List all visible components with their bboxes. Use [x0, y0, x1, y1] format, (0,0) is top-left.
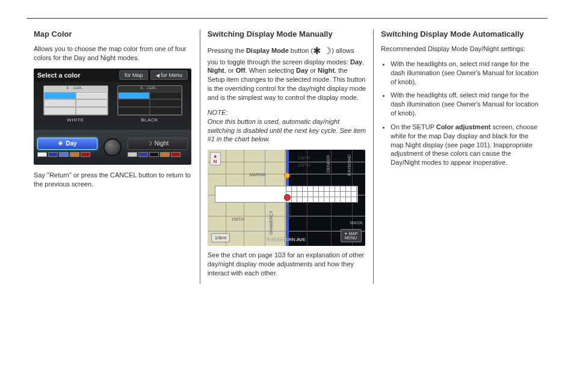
night-mode-button[interactable]: ☽Night	[128, 138, 188, 150]
select-color-title: Select a color	[37, 72, 81, 79]
col2-para1: Pressing the Display Mode button (✱☽) al…	[208, 44, 366, 102]
map-label-raymond: RAYMOND	[347, 155, 351, 176]
knob-control[interactable]	[103, 138, 122, 156]
screenshot-select-color: Select a color for Map ◀for Menu 3… 1123…	[34, 69, 191, 165]
column-3: Switching Display Mode Automatically Rec…	[374, 29, 548, 284]
map-label-gramercy: GRAMERCY	[268, 210, 273, 234]
tab-for-menu[interactable]: ◀for Menu	[150, 70, 188, 80]
map-label-150th: 150TH	[298, 163, 310, 167]
scale-indicator[interactable]: 1/8mi	[211, 233, 230, 242]
night-swatches[interactable]	[128, 152, 188, 157]
map-label-denker: DENKER	[326, 155, 330, 173]
thumb-black[interactable]: 3… 1123… BLACK	[117, 85, 182, 123]
destination-marker	[284, 173, 290, 179]
triangle-left-icon: ◀	[156, 73, 159, 78]
moon-icon: ☽	[147, 140, 152, 147]
column-1: Map Color Allows you to choose the map c…	[26, 29, 200, 284]
moon-icon: ☽	[323, 46, 332, 56]
col2-para2: See the chart on page 103 for an explana…	[208, 251, 366, 278]
map-label-marine: MARINE	[250, 173, 266, 177]
compass-icon[interactable]: ▲N	[210, 152, 221, 165]
heading-map-color: Map Color	[34, 29, 193, 38]
heading-switch-manual: Switching Display Mode Manually	[208, 29, 366, 38]
bullet-1: With the headlights on, select mid range…	[390, 60, 540, 87]
sun-icon: ✱	[313, 46, 321, 56]
grid-overlay	[286, 186, 358, 203]
day-swatches[interactable]	[37, 152, 97, 157]
vehicle-marker	[284, 194, 291, 201]
sun-icon: ☀	[58, 140, 63, 147]
top-rule	[26, 18, 548, 19]
map-label-149th: 149TH	[298, 156, 310, 160]
bullet-3: On the SETUP Color adjustment screen, ch…	[390, 123, 540, 167]
col1-para2: Say "Return" or press the CANCEL button …	[34, 171, 193, 189]
screenshot-map-split: 149TH 150TH MARINE 156TH GRAMERCY WESTER…	[208, 150, 365, 246]
map-label-magn: MAGN	[350, 221, 363, 225]
col3-intro: Recommended Display Mode Day/Night setti…	[381, 44, 540, 54]
heading-switch-auto: Switching Display Mode Automatically	[381, 29, 540, 38]
label-white: WHITE	[43, 117, 108, 123]
tab-for-map[interactable]: for Map	[119, 70, 149, 80]
current-street-label: S WESTERN AVE	[267, 237, 306, 242]
bullet-2: With the headlights off, select mid rang…	[390, 91, 540, 118]
map-label-156th: 156TH	[232, 217, 244, 221]
col1-para1: Allows you to choose the map color from …	[34, 44, 193, 63]
column-2: Switching Display Mode Manually Pressing…	[200, 29, 374, 284]
thumb-white[interactable]: 3… 1123… WHITE	[43, 85, 108, 123]
label-black: BLACK	[117, 117, 182, 123]
col2-note: NOTE: Once this button is used, automati…	[208, 108, 366, 144]
day-mode-button[interactable]: ☀Day	[37, 138, 97, 150]
map-menu-button[interactable]: ✦ MAPMENU	[341, 229, 362, 242]
